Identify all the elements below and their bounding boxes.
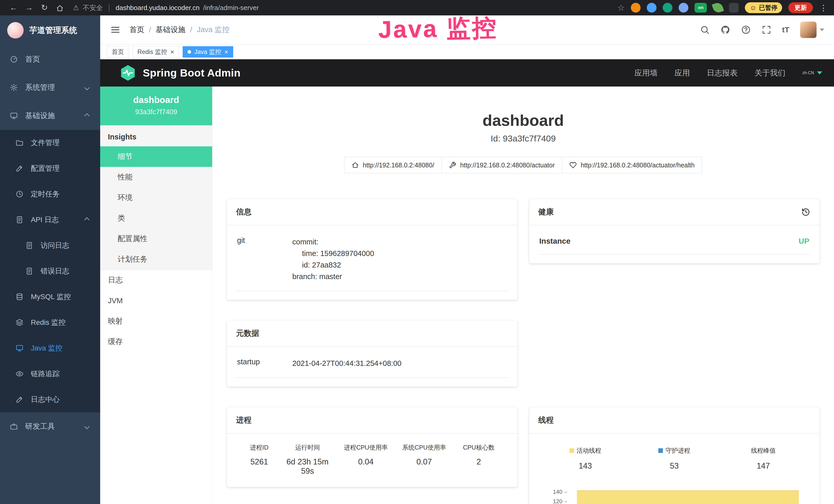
sidebar-item-dev-tools[interactable]: 研发工具 [0, 412, 100, 441]
sba-nav-about[interactable]: 关于我们 [755, 68, 786, 78]
chevron-up-icon [84, 113, 90, 118]
sba-item-jvm[interactable]: JVM [100, 290, 212, 311]
active-dot [188, 50, 191, 54]
top-header: 首页 基础设施 Java 监控 Java 监控 [100, 16, 834, 44]
fullscreen-icon[interactable] [762, 25, 771, 35]
sidebar-item-infrastructure[interactable]: 基础设施 [0, 102, 100, 130]
sidebar-item-api-logs[interactable]: API 日志 [0, 207, 100, 233]
update-button[interactable]: 更新 [788, 2, 813, 13]
paused-badge[interactable]: 已暂停 [745, 2, 782, 13]
tab-home[interactable]: 首页 [107, 46, 129, 58]
sidebar-item-error-logs[interactable]: 错误日志 [0, 258, 100, 284]
actuator-url-button[interactable]: http://192.168.0.2:48080/actuator [441, 157, 562, 173]
annotation-overlay-text: Java 监控 [378, 11, 498, 46]
tab-redis-monitor[interactable]: Redis 监控 [133, 46, 179, 58]
reload-icon[interactable]: ↻ [38, 0, 51, 16]
extension-leaf-icon[interactable] [712, 2, 724, 14]
card-title: 线程 [539, 415, 554, 426]
font-size-icon[interactable] [782, 25, 789, 34]
breadcrumb-infrastructure[interactable]: 基础设施 [156, 25, 185, 35]
folder-icon [15, 139, 24, 147]
sba-main: dashboard Id: 93a3fc7f7409 http://192.16… [213, 87, 834, 504]
process-col-process-cpu: 进程CPU使用率 0.04 [334, 443, 398, 476]
locale-select[interactable]: zh-CN [803, 71, 822, 75]
sba-item-details[interactable]: 细节 [100, 146, 212, 167]
process-col-uptime: 运行时间 6d 23h 15m 59s [281, 443, 334, 476]
heart-icon [569, 161, 577, 169]
sba-item-scheduled-tasks[interactable]: 计划任务 [100, 249, 212, 270]
warning-icon: ⚠ [73, 4, 79, 12]
extension-switch-on-icon[interactable] [695, 3, 707, 13]
tab-java-monitor[interactable]: Java 监控 [183, 46, 233, 58]
search-icon[interactable] [700, 25, 710, 35]
process-col-pid: 进程ID 5261 [238, 443, 281, 476]
extensions-puzzle-icon[interactable] [729, 3, 739, 13]
sba-nav-applications[interactable]: 应用 [675, 68, 690, 78]
history-icon[interactable] [801, 207, 810, 217]
sidebar-item-access-logs[interactable]: 访问日志 [0, 233, 100, 258]
process-col-system-cpu: 系统CPU使用率 0.07 [398, 443, 451, 476]
sidebar-item-java-monitor[interactable]: Java 监控 [0, 335, 100, 361]
sba-nav-wallboard[interactable]: 应用墙 [634, 68, 658, 78]
extension-icon-1[interactable] [631, 3, 641, 13]
close-icon[interactable] [170, 48, 174, 55]
service-url-button[interactable]: http://192.168.0.2:48080/ [344, 157, 442, 173]
github-icon[interactable] [721, 25, 730, 35]
sba-nav-journal[interactable]: 日志报表 [707, 68, 738, 78]
home-icon [352, 161, 359, 169]
health-key: Instance [540, 237, 571, 246]
info-value: commit: time: 1596289704000 id: 27aa832 … [292, 236, 507, 282]
legend-swatch-yellow [569, 448, 574, 453]
sba-item-config-props[interactable]: 配置属性 [100, 229, 212, 249]
sidebar-item-tracing[interactable]: 链路追踪 [0, 361, 100, 387]
breadcrumb-separator [190, 26, 192, 34]
sba-item-metrics[interactable]: 性能 [100, 167, 212, 187]
wrench-icon [449, 161, 456, 169]
sidebar-item-home[interactable]: 首页 [0, 45, 100, 73]
health-row-instance: Instance UP [539, 228, 811, 255]
threads-legend: 活动线程 143 守护进程 53 线程峰值 147 [539, 436, 811, 471]
health-url-button[interactable]: http://192.168.0.2:48080/actuator/health [562, 157, 702, 173]
sidebar-item-config-mgmt[interactable]: 配置管理 [0, 156, 100, 181]
info-key: git [237, 236, 292, 245]
app-logo-row[interactable]: 芋道管理系统 [0, 16, 100, 45]
help-icon[interactable] [741, 25, 751, 35]
breadcrumb-home[interactable]: 首页 [129, 25, 144, 35]
instance-name: dashboard [104, 95, 208, 105]
extension-icon-4[interactable] [679, 3, 688, 13]
chrome-toolbar: ☆ 已暂停 更新 ⋮ [617, 2, 827, 13]
user-menu[interactable] [800, 22, 824, 38]
hamburger-icon[interactable] [110, 24, 121, 35]
sidebar-item-redis-monitor[interactable]: Redis 监控 [0, 310, 100, 335]
sidebar-item-log-center[interactable]: 日志中心 [0, 387, 100, 412]
sidebar-item-system-mgmt[interactable]: 系统管理 [0, 73, 100, 102]
status-badge-up: UP [798, 237, 809, 246]
sidebar-item-mysql-monitor[interactable]: MySQL 监控 [0, 284, 100, 310]
bookmark-star-icon[interactable]: ☆ [617, 3, 625, 13]
back-icon[interactable]: ← [7, 0, 21, 16]
home-icon[interactable] [53, 0, 67, 16]
sidebar-item-scheduled-jobs[interactable]: 定时任务 [0, 181, 100, 207]
browser-menu-icon[interactable]: ⋮ [820, 3, 827, 12]
sba-item-environment[interactable]: 环境 [100, 187, 212, 208]
instance-header[interactable]: dashboard 93a3fc7f7409 [100, 87, 212, 125]
header-actions [700, 22, 824, 38]
main-sidebar: 芋道管理系统 首页 系统管理 基础设施 文件管理 [0, 16, 100, 504]
sba-nav-links: 应用墙 应用 日志报表 关于我们 [634, 68, 786, 78]
close-icon[interactable] [224, 48, 228, 55]
sba-item-caches[interactable]: 缓存 [100, 331, 212, 352]
sba-item-classes[interactable]: 类 [100, 208, 212, 229]
sba-item-mappings[interactable]: 映射 [100, 311, 212, 331]
legend-live-threads: 活动线程 143 [541, 446, 630, 471]
extension-icon-2[interactable] [647, 3, 657, 13]
breadcrumb: 首页 基础设施 Java 监控 [129, 25, 229, 35]
sidebar-item-file-mgmt[interactable]: 文件管理 [0, 130, 100, 156]
log-icon [15, 395, 24, 404]
forward-icon[interactable]: → [22, 0, 36, 16]
y-axis-tick: 140 [539, 488, 567, 495]
address-bar[interactable]: ⚠ 不安全 dashboard.yudao.iocoder.cn/infra/a… [73, 3, 259, 12]
sba-item-logs[interactable]: 日志 [100, 270, 212, 290]
extension-icon-3[interactable] [663, 3, 673, 13]
sba-brand[interactable]: Spring Boot Admin [119, 64, 240, 82]
edit-icon [15, 164, 24, 173]
